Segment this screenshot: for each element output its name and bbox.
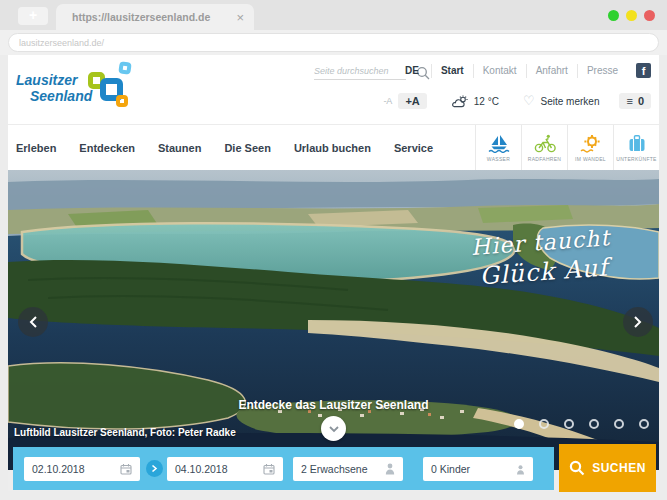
adults-field[interactable]: 2 Erwachsene [293, 457, 403, 481]
date-range-arrow-icon [146, 460, 163, 477]
hero-slider: Hier taucht Glück Auf Luftbild Lausitzer… [8, 170, 659, 470]
bookmark-label: Seite merken [541, 96, 600, 107]
logo-mark-icon [88, 62, 136, 110]
browser-urlbar [0, 30, 667, 55]
toplink-start[interactable]: Start [431, 64, 473, 78]
new-tab-button[interactable]: + [18, 7, 48, 25]
quicklink-label: RADFAHREN [528, 156, 562, 162]
sailboat-icon [487, 134, 511, 153]
carousel-dot[interactable] [539, 419, 549, 429]
chevron-left-icon [28, 315, 38, 329]
quicklink-radfahren[interactable]: RADFAHREN [521, 125, 567, 170]
scroll-down-button[interactable] [321, 416, 346, 441]
bicycle-icon [533, 134, 557, 153]
logo-square-orange-icon [116, 95, 128, 107]
quicklink-label: WASSER [487, 156, 510, 162]
tab-title: https://lausitzerseenland.de [72, 11, 228, 23]
quicklinks: WASSER RADFAHREN IM [475, 125, 659, 170]
page-content: Lausitzer Seenland DE Start Kontakt Anfa… [8, 55, 659, 491]
font-smaller-button[interactable]: -A [383, 96, 392, 106]
carousel-dot[interactable] [514, 419, 524, 429]
logo-line1: Lausitzer [16, 72, 92, 88]
chevron-down-icon [328, 425, 340, 433]
suitcase-icon [625, 134, 649, 153]
chevron-right-icon [633, 315, 643, 329]
nav-item-service[interactable]: Service [394, 142, 433, 154]
carousel-dot[interactable] [589, 419, 599, 429]
facebook-icon[interactable]: f [636, 63, 651, 78]
toplink-kontakt[interactable]: Kontakt [473, 64, 526, 78]
temperature: 12 °C [474, 96, 499, 107]
font-larger-button[interactable]: +A [398, 93, 426, 109]
carousel-prev-button[interactable] [18, 307, 48, 337]
quicklink-label: UNTERKÜNFTE [616, 156, 657, 162]
nav-item-staunen[interactable]: Staunen [158, 142, 201, 154]
window-control-green[interactable] [608, 10, 619, 21]
watchlist-button[interactable]: ≡ 0 [619, 93, 651, 109]
calendar-icon [263, 463, 275, 475]
children-value: 0 Kinder [431, 463, 470, 475]
sun-cloud-icon [451, 95, 469, 108]
nav-item-erleben[interactable]: Erleben [16, 142, 56, 154]
search-icon [569, 460, 585, 476]
carousel-dot[interactable] [564, 419, 574, 429]
departure-date-value: 04.10.2018 [175, 463, 228, 475]
browser-tab[interactable]: https://lausitzerseenland.de × [56, 4, 254, 30]
browser-tabbar: + https://lausitzerseenland.de × [0, 0, 667, 30]
utility-row: -A +A 12 °C ♡ Seite merken ≡ 0 [383, 93, 651, 109]
adults-value: 2 Erwachsene [301, 463, 368, 475]
carousel-dots [514, 419, 649, 429]
children-field[interactable]: 0 Kinder [423, 457, 533, 481]
carousel-dot[interactable] [614, 419, 624, 429]
main-nav: Erleben Entdecken Staunen Die Seen Urlau… [8, 125, 433, 170]
bookmark-page[interactable]: ♡ Seite merken [523, 96, 600, 107]
quicklink-wasser[interactable]: WASSER [475, 125, 521, 170]
logo-square-lightblue-icon [118, 61, 132, 75]
watchlist-count: 0 [638, 95, 644, 107]
nav-item-urlaub-buchen[interactable]: Urlaub buchen [294, 142, 371, 154]
arrival-date-value: 02.10.2018 [32, 463, 85, 475]
toplink-presse[interactable]: Presse [577, 64, 627, 78]
adult-person-icon [385, 463, 395, 475]
calendar-icon [120, 463, 132, 475]
quicklink-unterkuenfte[interactable]: UNTERKÜNFTE [613, 125, 659, 170]
heart-icon: ♡ [523, 96, 535, 106]
photo-caption: Luftbild Lausitzer Seenland, Foto: Peter… [14, 427, 236, 438]
toplink-anfahrt[interactable]: Anfahrt [526, 64, 577, 78]
quicklink-im-wandel[interactable]: IM WANDEL [567, 125, 613, 170]
carousel-next-button[interactable] [623, 307, 653, 337]
nav-item-die-seen[interactable]: Die Seen [224, 142, 270, 154]
hero-cta-text: Entdecke das Lausitzer Seenland [8, 398, 659, 412]
arrival-date-field[interactable]: 02.10.2018 [24, 457, 140, 481]
search-input[interactable] [314, 63, 406, 80]
top-links: DE Start Kontakt Anfahrt Presse f [405, 63, 651, 78]
list-icon: ≡ [626, 95, 632, 107]
language-switch[interactable]: DE [405, 65, 431, 76]
window-control-red[interactable] [644, 10, 655, 21]
logo-line2: Seenland [16, 88, 92, 104]
url-input[interactable] [8, 33, 659, 52]
quicklink-label: IM WANDEL [575, 156, 606, 162]
search-submit-button[interactable]: SUCHEN [559, 444, 656, 492]
child-person-icon [516, 464, 525, 475]
hero-headline: Hier taucht Glück Auf [470, 225, 613, 291]
tab-close-icon[interactable]: × [236, 10, 244, 25]
departure-date-field[interactable]: 04.10.2018 [167, 457, 283, 481]
carousel-dot[interactable] [639, 419, 649, 429]
gear-icon [579, 134, 603, 153]
logo[interactable]: Lausitzer Seenland [16, 72, 92, 104]
weather-widget: 12 °C [451, 95, 499, 108]
window-control-yellow[interactable] [626, 10, 637, 21]
search-submit-label: SUCHEN [592, 461, 646, 475]
site-header: Lausitzer Seenland DE Start Kontakt Anfa… [8, 55, 659, 125]
booking-bar: 02.10.2018 04.10.2018 2 E [13, 447, 554, 490]
nav-item-entdecken[interactable]: Entdecken [79, 142, 135, 154]
window-controls [608, 10, 655, 21]
